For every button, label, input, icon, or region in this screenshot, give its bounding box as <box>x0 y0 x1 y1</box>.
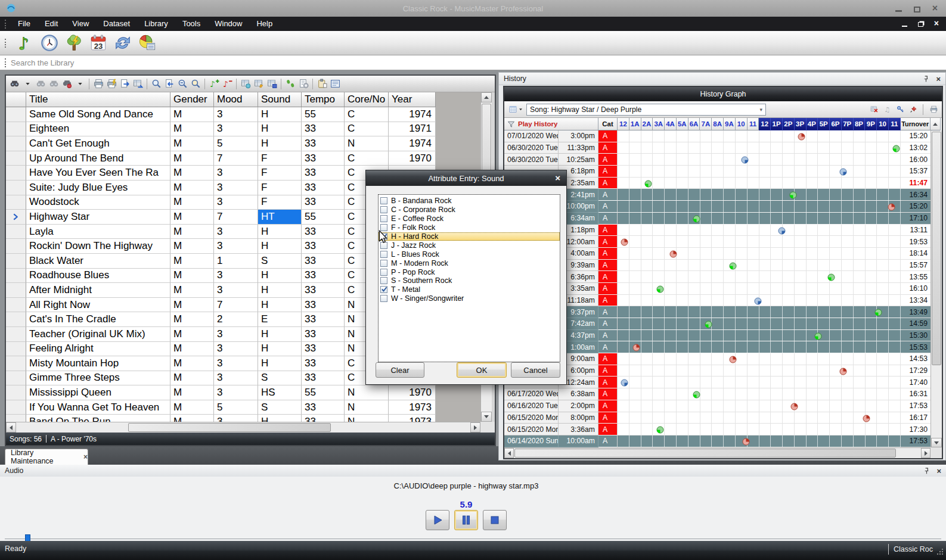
table-row[interactable]: Band On The RunM3H33N1973 <box>6 415 480 422</box>
row-selector[interactable] <box>6 166 26 181</box>
column-header-sound[interactable]: Sound <box>258 92 302 107</box>
find-favorite-icon[interactable] <box>61 77 73 91</box>
stop-button[interactable] <box>483 510 507 530</box>
cell-gender[interactable]: M <box>170 283 214 298</box>
cell-title[interactable]: Woodstock <box>26 195 170 210</box>
cell-mood[interactable]: 5 <box>214 136 258 151</box>
row-selector[interactable] <box>6 195 26 210</box>
menu-grip[interactable] <box>5 20 7 29</box>
history-row[interactable]: 1:18pmA13:11 <box>504 225 942 237</box>
key-icon[interactable] <box>895 105 905 114</box>
attribute-option[interactable]: L - Blues Rock <box>379 250 560 259</box>
tab-library-maintenance[interactable]: Library Maintenance × <box>5 449 88 465</box>
cell-core[interactable]: N <box>345 415 389 422</box>
cell-tempo[interactable]: 33 <box>302 371 345 386</box>
cell-core[interactable]: C <box>345 122 389 137</box>
cell-gender[interactable]: M <box>170 356 214 371</box>
cell-mood[interactable]: 7 <box>214 151 258 166</box>
song-add-icon[interactable]: ♪ <box>208 77 220 91</box>
cell-gender[interactable]: M <box>170 400 214 415</box>
attribute-option[interactable]: E - Coffee Rock <box>379 214 560 223</box>
form-icon[interactable] <box>329 77 341 91</box>
cell-sound[interactable]: H <box>258 298 302 313</box>
scroll-thumb[interactable] <box>514 449 896 458</box>
cell-title[interactable]: Cat's In The Cradle <box>26 312 170 327</box>
checkbox-checked-icon[interactable] <box>380 286 387 293</box>
attribute-option[interactable]: C - Corporate Rock <box>379 206 560 214</box>
cell-title[interactable]: Suite: Judy Blue Eyes <box>26 181 170 195</box>
find-next-icon[interactable] <box>48 77 60 91</box>
trail-icon[interactable] <box>284 77 296 91</box>
row-selector[interactable] <box>6 385 26 400</box>
play-history-header[interactable]: Play History <box>504 118 598 130</box>
menu-item-help[interactable]: Help <box>249 17 280 31</box>
dropdown-icon[interactable] <box>21 77 33 91</box>
row-selector[interactable] <box>6 415 26 422</box>
cell-tempo[interactable]: 33 <box>302 327 345 342</box>
cell-tempo[interactable]: 33 <box>302 415 345 422</box>
hour-header-7Pp[interactable]: 7P <box>842 118 854 130</box>
window-maximize-icon[interactable] <box>914 7 920 13</box>
clear-button[interactable]: Clear <box>376 362 424 378</box>
attribute-option[interactable]: P - Pop Rock <box>379 267 560 276</box>
cell-sound[interactable]: S <box>258 371 302 386</box>
export-arrow-icon[interactable] <box>163 77 175 91</box>
cell-sound[interactable]: HT <box>258 210 302 225</box>
row-selector[interactable] <box>6 356 26 371</box>
mdi-minimize-icon[interactable] <box>902 26 907 27</box>
cell-mood[interactable]: 3 <box>214 122 258 137</box>
menu-item-library[interactable]: Library <box>137 17 175 31</box>
cell-title[interactable]: Same Old Song And Dance <box>26 107 170 122</box>
cell-gender[interactable]: M <box>170 312 214 327</box>
cell-title[interactable]: Have You Ever Seen The Ra <box>26 166 170 181</box>
cell-sound[interactable]: F <box>258 151 302 166</box>
hour-header-5Aa[interactable]: 5A <box>677 118 688 130</box>
cell-mood[interactable]: 3 <box>214 269 258 284</box>
cell-sound[interactable]: H <box>258 327 302 342</box>
pin-icon[interactable] <box>922 466 931 475</box>
cell-mood[interactable]: 7 <box>214 210 258 225</box>
history-row[interactable]: 4:37pmA15:30 <box>504 330 942 342</box>
row-selector[interactable] <box>6 283 26 298</box>
print-icon[interactable] <box>929 105 938 114</box>
history-row[interactable]: 9:00amA14:53 <box>504 353 942 365</box>
column-header-gender[interactable]: Gender <box>170 92 214 107</box>
tree-icon[interactable] <box>64 33 84 53</box>
attribute-option[interactable]: F - Folk Rock <box>379 223 560 232</box>
table-row[interactable]: Up Around The BendM7F33C1970 <box>6 151 480 166</box>
song-remove-icon[interactable]: ♪ <box>221 77 233 91</box>
cancel-button[interactable]: Cancel <box>511 362 560 378</box>
search-grip[interactable] <box>5 58 7 67</box>
cell-title[interactable]: If You Wanna Get To Heaven <box>26 400 170 415</box>
history-row[interactable]: 12:00amA19:53 <box>504 236 942 248</box>
cell-title[interactable]: After Midnight <box>26 283 170 298</box>
pin-red-icon[interactable] <box>908 105 918 114</box>
row-selector[interactable] <box>6 107 26 122</box>
menu-item-window[interactable]: Window <box>207 17 249 31</box>
cell-mood[interactable]: 3 <box>214 283 258 298</box>
cell-tempo[interactable]: 55 <box>302 385 345 400</box>
cell-gender[interactable]: M <box>170 239 214 254</box>
history-row[interactable]: 11:18amA13:34 <box>504 295 942 307</box>
pin-icon[interactable] <box>921 74 931 83</box>
hour-header-3Aa[interactable]: 3A <box>653 118 665 130</box>
checkbox-icon[interactable] <box>380 206 387 213</box>
cell-sound[interactable]: F <box>258 181 302 195</box>
export-doc-icon[interactable] <box>119 77 131 91</box>
cell-mood[interactable]: 3 <box>214 327 258 342</box>
cell-tempo[interactable]: 33 <box>302 195 345 210</box>
cell-sound[interactable]: H <box>258 107 302 122</box>
grid-edit-icon[interactable] <box>253 77 265 91</box>
cell-mood[interactable]: 3 <box>214 195 258 210</box>
cell-title[interactable]: Band On The Run <box>26 415 170 422</box>
row-selector[interactable] <box>6 122 26 137</box>
resize-grip[interactable] <box>936 548 944 555</box>
history-row[interactable]: 06/15/2020 Mon8:00pmA16:17 <box>504 412 942 424</box>
cell-tempo[interactable]: 33 <box>302 239 345 254</box>
cell-mood[interactable]: 3 <box>214 181 258 195</box>
attribute-option[interactable]: J - Jazz Rock <box>379 241 560 250</box>
mdi-restore-icon[interactable] <box>918 22 923 27</box>
menu-item-edit[interactable]: Edit <box>38 17 65 31</box>
window-minimize-icon[interactable] <box>895 10 902 12</box>
cell-year[interactable]: 1974 <box>389 136 436 151</box>
